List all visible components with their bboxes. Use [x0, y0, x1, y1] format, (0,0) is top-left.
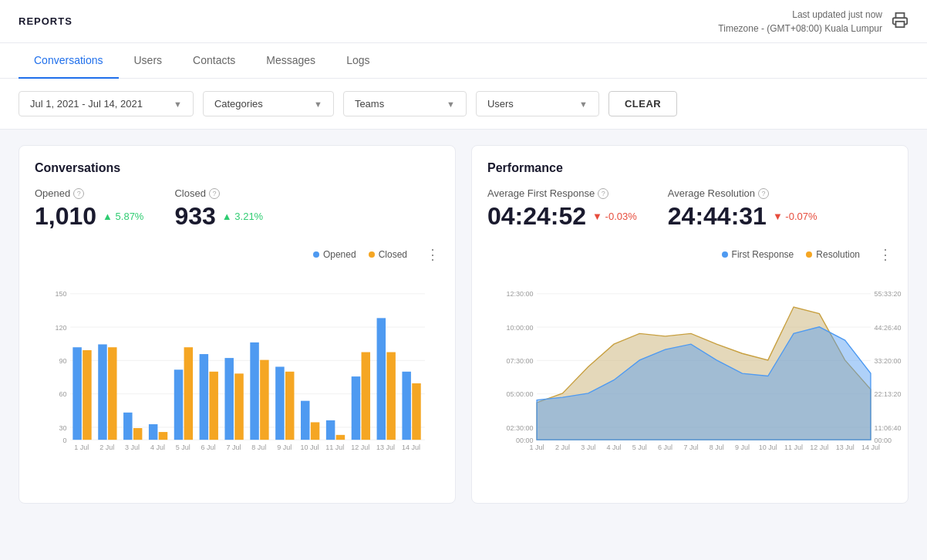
- bar-chart-menu-icon[interactable]: ⋮: [426, 246, 440, 263]
- bar-opened-4: [174, 369, 183, 440]
- svg-text:9 Jul: 9 Jul: [735, 444, 750, 451]
- svg-text:14 Jul: 14 Jul: [402, 444, 420, 451]
- bar-closed-1: [108, 347, 116, 440]
- svg-text:6 Jul: 6 Jul: [201, 444, 216, 451]
- teams-chevron: ▼: [447, 100, 455, 109]
- svg-text:10:00:00: 10:00:00: [507, 324, 534, 332]
- opened-legend-dot: [313, 251, 319, 258]
- header: REPORTS Last updated just now Timezone -…: [0, 0, 927, 43]
- svg-text:33:20:00: 33:20:00: [874, 357, 901, 365]
- tab-contacts[interactable]: Contacts: [177, 43, 251, 79]
- users-filter[interactable]: Users ▼: [476, 91, 599, 116]
- categories-chevron: ▼: [314, 100, 322, 109]
- svg-text:8 Jul: 8 Jul: [251, 444, 266, 451]
- bar-chart-legend-row: Opened Closed ⋮: [35, 246, 440, 269]
- svg-text:10 Jul: 10 Jul: [300, 444, 319, 451]
- conversations-card-title: Conversations: [35, 161, 440, 175]
- header-right: Last updated just now Timezone - (GMT+08…: [718, 8, 908, 35]
- bar-opened-12: [377, 318, 386, 440]
- print-icon[interactable]: [892, 12, 908, 31]
- svg-text:4 Jul: 4 Jul: [150, 444, 165, 451]
- bar-opened-13: [402, 372, 410, 440]
- legend-resolution: Resolution: [806, 249, 860, 260]
- resolution-change: ▼ -0.07%: [773, 211, 817, 222]
- svg-text:6 Jul: 6 Jul: [658, 444, 672, 451]
- closed-info-icon[interactable]: ?: [209, 188, 220, 199]
- opened-label: Opened ?: [35, 187, 143, 199]
- area-chart-menu-icon[interactable]: ⋮: [878, 246, 892, 263]
- resolution-label: Average Resolution ?: [668, 187, 817, 199]
- bar-closed-0: [83, 350, 91, 440]
- bar-closed-7: [260, 360, 268, 440]
- resolution-info-icon[interactable]: ?: [758, 188, 769, 199]
- svg-text:3 Jul: 3 Jul: [125, 444, 140, 451]
- bar-closed-8: [285, 372, 294, 440]
- tab-users[interactable]: Users: [119, 43, 178, 79]
- svg-text:55:33:20: 55:33:20: [874, 290, 901, 298]
- bar-closed-9: [311, 422, 319, 440]
- closed-change: ▲ 3.21%: [222, 211, 263, 222]
- bar-opened-8: [275, 366, 284, 440]
- first-response-metric: Average First Response ? 04:24:52 ▼ -0.0…: [487, 187, 637, 231]
- area-chart-wrapper: 12:30:00 10:00:00 07:30:00 05:00:00 02:3…: [495, 269, 885, 487]
- area-chart-svg: 12:30:00 10:00:00 07:30:00 05:00:00 02:3…: [495, 269, 885, 485]
- legend-closed: Closed: [369, 249, 407, 260]
- categories-value: Categories: [214, 98, 263, 110]
- closed-metric: Closed ? 933 ▲ 3.21%: [174, 187, 263, 231]
- tab-messages[interactable]: Messages: [251, 43, 331, 79]
- bar-opened-1: [98, 344, 106, 440]
- tabs-bar: Conversations Users Contacts Messages Lo…: [0, 43, 927, 79]
- svg-rect-0: [896, 22, 905, 27]
- bar-closed-4: [184, 347, 193, 440]
- teams-filter[interactable]: Teams ▼: [343, 91, 467, 116]
- closed-value: 933 ▲ 3.21%: [174, 202, 263, 231]
- conversations-metrics: Opened ? 1,010 ▲ 5.87% Closed ? 933 ▲ 3.…: [35, 187, 440, 231]
- bar-opened-0: [72, 347, 81, 440]
- closed-label: Closed ?: [174, 187, 263, 199]
- bar-opened-10: [326, 420, 335, 440]
- tab-conversations[interactable]: Conversations: [19, 43, 119, 79]
- resolution-legend-dot: [806, 251, 812, 258]
- users-chevron: ▼: [579, 100, 588, 109]
- svg-text:90: 90: [59, 357, 67, 365]
- first-response-legend-dot: [722, 251, 728, 258]
- svg-text:7 Jul: 7 Jul: [683, 444, 698, 451]
- svg-text:120: 120: [56, 324, 67, 332]
- opened-info-icon[interactable]: ?: [73, 188, 84, 199]
- svg-text:5 Jul: 5 Jul: [632, 444, 647, 451]
- svg-text:9 Jul: 9 Jul: [277, 444, 292, 451]
- svg-text:3 Jul: 3 Jul: [581, 444, 595, 451]
- svg-text:60: 60: [59, 390, 67, 398]
- bar-closed-13: [412, 383, 420, 440]
- bar-closed-2: [133, 428, 142, 440]
- svg-text:07:30:00: 07:30:00: [507, 357, 534, 365]
- svg-text:44:26:40: 44:26:40: [874, 324, 901, 332]
- bar-closed-6: [234, 373, 243, 440]
- tab-logs[interactable]: Logs: [331, 43, 385, 79]
- date-range-filter[interactable]: Jul 1, 2021 - Jul 14, 2021 ▼: [19, 91, 194, 116]
- content-area: Conversations Opened ? 1,010 ▲ 5.87% Clo…: [0, 130, 927, 519]
- svg-text:11 Jul: 11 Jul: [325, 444, 344, 451]
- svg-text:12 Jul: 12 Jul: [351, 444, 369, 451]
- svg-text:11 Jul: 11 Jul: [784, 444, 803, 451]
- legend-first-response: First Response: [722, 249, 794, 260]
- bar-chart-wrapper: 150 120 90 60 30 0 1 Jul2 Jul3 Jul4 Jul5…: [42, 269, 432, 487]
- performance-card-title: Performance: [487, 161, 892, 175]
- first-response-change: ▼ -0.03%: [592, 211, 637, 222]
- svg-text:1 Jul: 1 Jul: [74, 444, 89, 451]
- bar-closed-12: [386, 353, 395, 440]
- bar-closed-11: [362, 353, 370, 440]
- categories-filter[interactable]: Categories ▼: [203, 91, 334, 116]
- first-response-info-icon[interactable]: ?: [598, 188, 608, 199]
- legend-opened: Opened: [313, 249, 356, 260]
- bar-opened-2: [123, 413, 132, 440]
- teams-value: Teams: [355, 98, 384, 110]
- opened-value: 1,010 ▲ 5.87%: [35, 202, 143, 231]
- performance-card: Performance Average First Response ? 04:…: [471, 145, 908, 504]
- conversations-card: Conversations Opened ? 1,010 ▲ 5.87% Clo…: [19, 145, 456, 504]
- clear-button[interactable]: CLEAR: [608, 91, 677, 116]
- svg-text:7 Jul: 7 Jul: [226, 444, 241, 451]
- svg-text:150: 150: [56, 290, 67, 298]
- opened-change: ▲ 5.87%: [103, 211, 143, 222]
- bar-opened-11: [352, 376, 360, 440]
